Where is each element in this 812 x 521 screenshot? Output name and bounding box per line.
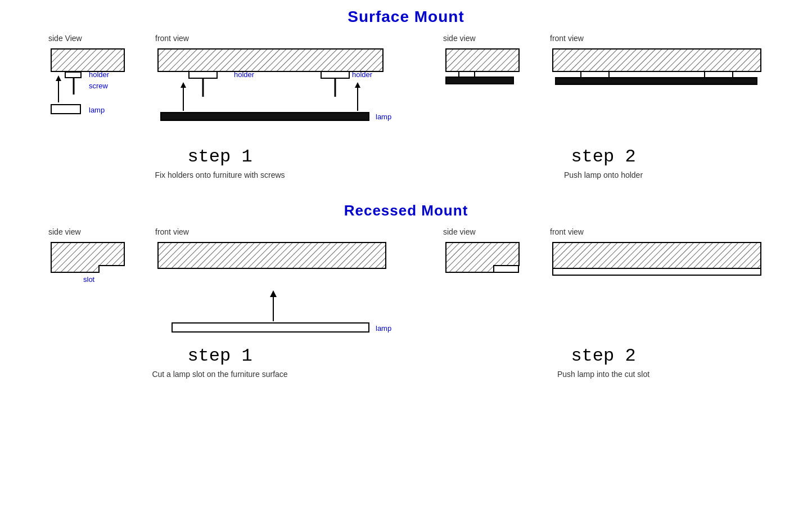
surface-mount-step2: side view front view bbox=[443, 34, 764, 179]
sm-step2-desc: Push lamp onto holder bbox=[564, 170, 643, 179]
svg-text:lamp: lamp bbox=[376, 113, 391, 121]
svg-rect-12 bbox=[189, 71, 217, 78]
rm2-side-view-label: side view bbox=[443, 227, 476, 236]
rm-step2-label: step 2 bbox=[571, 345, 635, 366]
svg-rect-1 bbox=[51, 49, 124, 71]
svg-rect-42 bbox=[494, 266, 518, 272]
rm1-front-view-label: front view bbox=[155, 227, 189, 236]
sm1-side-view-label: side View bbox=[48, 34, 82, 43]
rm1-side-view-label: side view bbox=[48, 227, 81, 236]
surface-mount-step1: side View holder bbox=[48, 34, 391, 179]
sm2-side-view-label: side view bbox=[443, 34, 476, 43]
svg-rect-44 bbox=[553, 242, 761, 268]
rm-step2-desc: Push lamp into the cut slot bbox=[557, 370, 649, 379]
svg-rect-25 bbox=[446, 49, 519, 71]
svg-rect-31 bbox=[705, 71, 733, 78]
svg-rect-36 bbox=[158, 242, 386, 268]
svg-rect-26 bbox=[459, 71, 475, 77]
svg-rect-22 bbox=[161, 113, 369, 120]
rm-step1-label: step 1 bbox=[187, 345, 252, 366]
svg-rect-2 bbox=[65, 72, 81, 78]
svg-rect-13 bbox=[321, 71, 349, 78]
svg-rect-8 bbox=[51, 105, 80, 114]
svg-rect-29 bbox=[553, 49, 761, 71]
sm2-side-diagram bbox=[443, 46, 533, 136]
rm2-front-diagram bbox=[550, 240, 764, 335]
rm2-front-view-label: front view bbox=[550, 227, 584, 236]
svg-marker-21 bbox=[355, 82, 360, 88]
recessed-mount-title: Recessed Mount bbox=[0, 202, 812, 219]
svg-text:holder: holder bbox=[89, 70, 110, 79]
svg-rect-30 bbox=[581, 71, 609, 78]
sm1-front-view-label: front view bbox=[155, 34, 189, 43]
sm1-side-diagram: holder screw lamp bbox=[48, 46, 138, 136]
svg-text:lamp: lamp bbox=[376, 324, 391, 333]
svg-marker-7 bbox=[56, 75, 61, 81]
sm-step1-label: step 1 bbox=[187, 146, 252, 167]
svg-rect-11 bbox=[158, 49, 383, 71]
svg-marker-38 bbox=[270, 290, 277, 297]
svg-text:holder: holder bbox=[352, 70, 373, 79]
svg-rect-32 bbox=[556, 78, 757, 84]
svg-text:slot: slot bbox=[83, 275, 95, 284]
sm-step2-label: step 2 bbox=[571, 146, 635, 167]
rm1-side-diagram: slot bbox=[48, 240, 138, 335]
recessed-mount-step2: side view front view bbox=[443, 227, 764, 379]
recessed-mount-step1: side view slot front view bbox=[48, 227, 391, 379]
svg-text:lamp: lamp bbox=[89, 106, 105, 114]
sm1-front-diagram: holder holder lamp bbox=[155, 46, 391, 136]
svg-text:screw: screw bbox=[89, 82, 109, 90]
svg-text:holder: holder bbox=[234, 70, 255, 79]
svg-rect-27 bbox=[446, 77, 513, 84]
svg-marker-19 bbox=[181, 82, 186, 88]
sm2-front-diagram bbox=[550, 46, 764, 136]
sm-step1-desc: Fix holders onto furniture with screws bbox=[155, 170, 285, 179]
rm1-front-diagram: lamp bbox=[155, 240, 391, 335]
svg-rect-45 bbox=[553, 268, 761, 275]
sm2-front-view-label: front view bbox=[550, 34, 584, 43]
rm2-side-diagram bbox=[443, 240, 533, 335]
svg-rect-39 bbox=[172, 323, 369, 332]
rm-step1-desc: Cut a lamp slot on the furniture surface bbox=[152, 370, 287, 379]
page-title: Surface Mount bbox=[0, 0, 812, 26]
